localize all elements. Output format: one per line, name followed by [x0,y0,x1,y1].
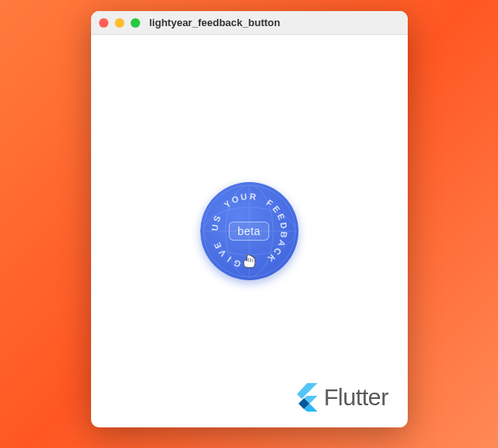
content-area: GIVE US YOUR FEEDBACK . beta Flutter [91,35,408,427]
beta-badge: beta [229,222,269,241]
app-window: lightyear_feedback_button GIVE US YOUR F… [91,11,408,427]
flutter-logo: Flutter [294,383,389,412]
flutter-text: Flutter [324,384,389,411]
window-title: lightyear_feedback_button [150,17,280,28]
traffic-lights [99,18,140,28]
maximize-icon[interactable] [131,18,140,28]
pointer-cursor-icon [242,253,257,269]
titlebar: lightyear_feedback_button [91,11,408,35]
feedback-button[interactable]: GIVE US YOUR FEEDBACK . beta [200,182,298,280]
close-icon[interactable] [99,18,108,28]
flutter-icon [294,383,317,412]
minimize-icon[interactable] [115,18,124,28]
